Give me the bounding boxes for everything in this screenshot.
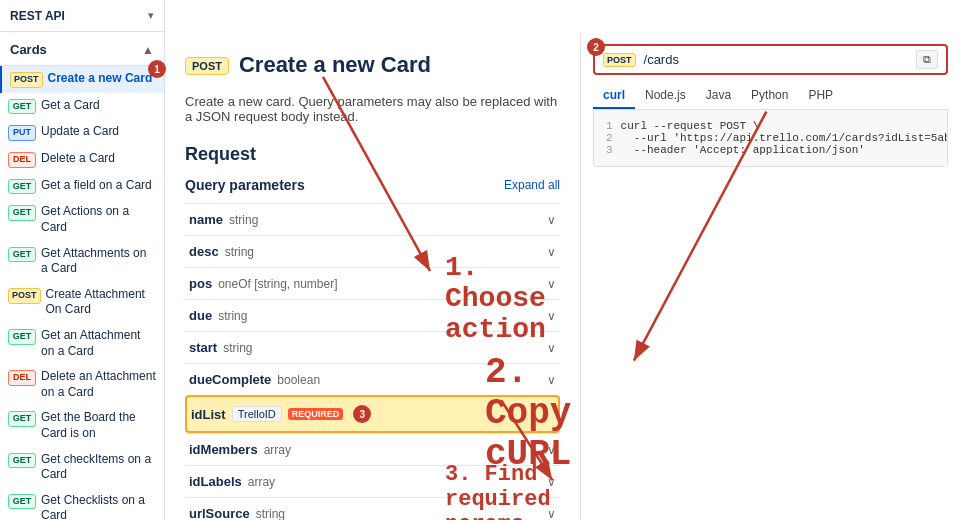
code-block: 1curl --request POST \2 --url 'https://a… [593, 110, 948, 167]
param-chevron-9[interactable]: ∨ [547, 507, 556, 521]
sidebar-item-4[interactable]: GET Get a field on a Card [0, 173, 164, 200]
param-chevron-2[interactable]: ∨ [547, 277, 556, 291]
method-badge-7: POST [8, 288, 41, 304]
sidebar-item-label-11: Get checkItems on a Card [41, 452, 156, 483]
param-row-desc: descstring ∨ [185, 235, 560, 267]
sidebar-item-11[interactable]: GET Get checkItems on a Card [0, 447, 164, 488]
param-type-6: TrelloID [232, 406, 282, 422]
method-badge-3: DEL [8, 152, 36, 168]
api-selector-chevron[interactable]: ▾ [148, 9, 154, 22]
param-type-3: string [218, 309, 247, 323]
sidebar-item-label-7: Create Attachment On Card [46, 287, 156, 318]
param-type-0: string [229, 213, 258, 227]
param-row-name: namestring ∨ [185, 203, 560, 235]
method-badge-12: GET [8, 494, 36, 510]
sidebar-item-label-8: Get an Attachment on a Card [41, 328, 156, 359]
lang-tab-nodejs[interactable]: Node.js [635, 83, 696, 109]
param-left-2: posoneOf [string, number] [189, 276, 338, 291]
sidebar-item-label-12: Get Checklists on a Card [41, 493, 156, 520]
method-badge-4: GET [8, 179, 36, 195]
sidebar-item-2[interactable]: PUT Update a Card [0, 119, 164, 146]
annotation-number-2: 2 [587, 38, 605, 56]
param-left-6: idListTrelloIDREQUIRED3 [191, 405, 371, 423]
lang-tab-java[interactable]: Java [696, 83, 741, 109]
lang-tab-python[interactable]: Python [741, 83, 798, 109]
expand-all-button[interactable]: Expand all [504, 178, 560, 192]
param-left-7: idMembersarray [189, 442, 291, 457]
param-row-idMembers: idMembersarray ∨ [185, 433, 560, 465]
method-badge-8: GET [8, 329, 36, 345]
param-row-idLabels: idLabelsarray ∨ [185, 465, 560, 497]
sidebar-item-8[interactable]: GET Get an Attachment on a Card [0, 323, 164, 364]
param-row-due: duestring ∨ [185, 299, 560, 331]
sidebar: Cards ▲ POST Create a new Card GET Get a… [0, 32, 165, 520]
param-type-1: string [225, 245, 254, 259]
annotation-number-3: 3 [353, 405, 371, 423]
param-row-start: startstring ∨ [185, 331, 560, 363]
method-badge-10: GET [8, 411, 36, 427]
sidebar-item-label-2: Update a Card [41, 124, 119, 140]
sidebar-item-7[interactable]: POST Create Attachment On Card [0, 282, 164, 323]
method-badge-11: GET [8, 453, 36, 469]
sidebar-item-label-1: Get a Card [41, 98, 100, 114]
sidebar-item-0[interactable]: POST Create a new Card [0, 66, 164, 93]
sidebar-item-10[interactable]: GET Get the Board the Card is on [0, 405, 164, 446]
code-header: POST /cards ⧉ [593, 44, 948, 75]
param-left-4: startstring [189, 340, 253, 355]
param-chevron-0[interactable]: ∨ [547, 213, 556, 227]
lang-tab-php[interactable]: PHP [798, 83, 843, 109]
code-method-badge: POST [603, 53, 636, 67]
copy-button[interactable]: ⧉ [916, 50, 938, 69]
sidebar-item-6[interactable]: GET Get Attachments on a Card [0, 241, 164, 282]
page-description: Create a new card. Query parameters may … [185, 94, 560, 124]
param-row-urlSource: urlSourcestring ∨ [185, 497, 560, 520]
param-chevron-4[interactable]: ∨ [547, 341, 556, 355]
sidebar-item-label-9: Delete an Attachment on a Card [41, 369, 156, 400]
request-section-title: Request [185, 144, 560, 165]
page-method-badge: POST [185, 57, 229, 75]
param-name-0: name [189, 212, 223, 227]
param-left-3: duestring [189, 308, 247, 323]
param-name-8: idLabels [189, 474, 242, 489]
page-title-area: POST Create a new Card [185, 52, 560, 78]
param-name-5: dueComplete [189, 372, 271, 387]
sidebar-item-1[interactable]: GET Get a Card [0, 93, 164, 120]
param-left-8: idLabelsarray [189, 474, 275, 489]
param-chevron-7[interactable]: ∨ [547, 443, 556, 457]
sidebar-item-label-4: Get a field on a Card [41, 178, 152, 194]
param-type-5: boolean [277, 373, 320, 387]
param-name-3: due [189, 308, 212, 323]
main-content: POST Create a new Card Create a new card… [165, 32, 580, 520]
sidebar-item-label-0: Create a new Card [48, 71, 153, 87]
param-name-1: desc [189, 244, 219, 259]
param-chevron-3[interactable]: ∨ [547, 309, 556, 323]
sidebar-item-9[interactable]: DEL Delete an Attachment on a Card [0, 364, 164, 405]
param-chevron-8[interactable]: ∨ [547, 475, 556, 489]
code-line-2: 3 --header 'Accept: application/json' [606, 144, 935, 156]
sidebar-item-5[interactable]: GET Get Actions on a Card [0, 199, 164, 240]
param-row-pos: posoneOf [string, number] ∨ [185, 267, 560, 299]
method-badge-1: GET [8, 99, 36, 115]
param-left-1: descstring [189, 244, 254, 259]
params-list: namestring ∨ descstring ∨ posoneOf [stri… [185, 203, 560, 520]
param-type-8: array [248, 475, 275, 489]
sidebar-item-label-10: Get the Board the Card is on [41, 410, 156, 441]
right-panel: 2 POST /cards ⧉ curlNode.jsJavaPythonPHP… [580, 32, 960, 520]
lang-tab-curl[interactable]: curl [593, 83, 635, 109]
param-type-9: string [256, 507, 285, 521]
page-title: Create a new Card [239, 52, 431, 78]
method-badge-0: POST [10, 72, 43, 88]
param-name-9: urlSource [189, 506, 250, 520]
sidebar-item-3[interactable]: DEL Delete a Card [0, 146, 164, 173]
sidebar-cards-label: Cards [10, 42, 47, 57]
param-row-idList: idListTrelloIDREQUIRED3 [185, 395, 560, 433]
param-type-2: oneOf [string, number] [218, 277, 337, 291]
sidebar-collapse-toggle[interactable]: ▲ [142, 43, 154, 57]
param-chevron-1[interactable]: ∨ [547, 245, 556, 259]
sidebar-item-12[interactable]: GET Get Checklists on a Card [0, 488, 164, 520]
query-params-label: Query parameters [185, 177, 305, 193]
param-chevron-5[interactable]: ∨ [547, 373, 556, 387]
code-line-1: 2 --url 'https://api.trello.com/1/cards?… [606, 132, 935, 144]
param-left-0: namestring [189, 212, 258, 227]
api-selector-label: REST API [10, 9, 65, 23]
